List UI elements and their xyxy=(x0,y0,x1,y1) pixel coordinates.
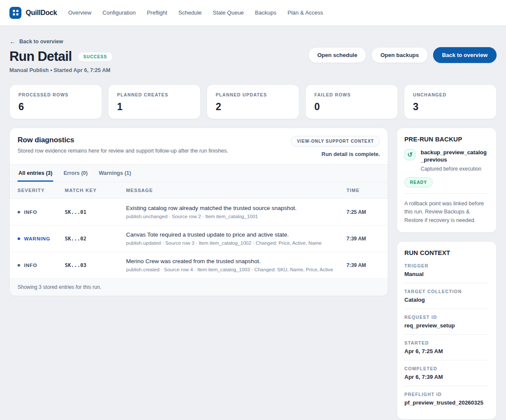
nav-item-configuration[interactable]: Configuration xyxy=(102,9,136,16)
stat-value: 0 xyxy=(314,101,389,113)
table-row[interactable]: INFO SK...01 Existing catalog row alread… xyxy=(10,199,388,225)
row-time: 7:25 AM xyxy=(346,209,380,215)
context-entry-trigger: TRIGGER Manual xyxy=(404,258,489,283)
stat-label: FAILED ROWS xyxy=(314,92,389,97)
page-subtitle: Manual Publish • Started Apr 6, 7:25 AM xyxy=(9,67,113,73)
context-entry-target-collection: TARGET COLLECTION Catalog xyxy=(404,283,489,309)
match-key: SK...02 xyxy=(65,236,126,242)
page-header: ← Back to overview Run Detail SUCCESS Ma… xyxy=(9,38,497,73)
stat-label: UNCHANGED xyxy=(413,92,488,97)
diagnostics-title: Row diagnostics xyxy=(18,136,228,144)
table-row[interactable]: INFO SK...03 Merino Crew was created fro… xyxy=(10,252,388,279)
app-logo-grid-dots-icon[interactable] xyxy=(9,7,21,19)
stat-card-processed-rows: PROCESSED ROWS 6 xyxy=(9,84,102,119)
nav-item-overview[interactable]: Overview xyxy=(68,9,91,16)
tab-all-entries[interactable]: All entries (3) xyxy=(18,165,53,182)
tab-warnings[interactable]: Warnings (1) xyxy=(98,165,132,182)
pre-run-backup-card: PRE-RUN BACKUP ↺ backup_preview_catalog_… xyxy=(397,128,497,233)
context-label: COMPLETED xyxy=(404,366,489,371)
restore-icon: ↺ xyxy=(404,149,416,160)
row-meta: publish.updated · Source row 3 · Item it… xyxy=(126,240,346,246)
divider xyxy=(404,193,489,194)
row-meta: publish.created · Source row 4 · Item it… xyxy=(126,267,346,272)
backup-card-title: PRE-RUN BACKUP xyxy=(404,136,489,143)
context-value: req_preview_setup xyxy=(404,322,489,334)
arrow-left-icon: ← xyxy=(9,38,16,45)
table-header: SEVERITY MATCH KEY MESSAGE TIME xyxy=(10,182,388,199)
nav-item-schedule[interactable]: Schedule xyxy=(178,9,202,16)
severity-label: WARNING xyxy=(24,236,50,241)
context-entry-started: STARTED Apr 6, 7:25 AM xyxy=(404,334,489,360)
row-time: 7:39 AM xyxy=(346,262,380,268)
context-label: TRIGGER xyxy=(404,263,489,268)
stat-card-unchanged: UNCHANGED 3 xyxy=(404,84,497,119)
match-key: SK...01 xyxy=(65,209,126,215)
stat-label: PLANNED CREATES xyxy=(117,92,192,97)
run-complete-note: Run detail is complete. xyxy=(291,151,380,157)
context-entry-preflight-id: PREFLIGHT ID pf_preview_trusted_20260325 xyxy=(404,386,489,411)
stat-label: PLANNED UPDATES xyxy=(216,92,290,97)
run-context-card: RUN CONTEXT TRIGGER Manual TARGET COLLEC… xyxy=(397,241,497,420)
logo-dot xyxy=(13,10,15,12)
row-message: Merino Crew was created from the trusted… xyxy=(126,258,346,264)
stat-value: 6 xyxy=(18,101,93,113)
context-value: Manual xyxy=(404,271,489,283)
stat-card-planned-creates: PLANNED CREATES 1 xyxy=(108,84,201,119)
context-value: Apr 6, 7:25 AM xyxy=(404,348,489,360)
right-sidebar: PRE-RUN BACKUP ↺ backup_preview_catalog_… xyxy=(397,128,497,420)
top-bar: QuillDock Overview Configuration Preflig… xyxy=(0,0,506,26)
context-entry-request-id: REQUEST ID req_preview_setup xyxy=(404,309,489,334)
backup-name: backup_preview_catalog_previous xyxy=(421,149,489,164)
nav-item-plan-access[interactable]: Plan & Access xyxy=(287,9,323,16)
run-context-title: RUN CONTEXT xyxy=(404,249,489,256)
context-entry-completed: COMPLETED Apr 6, 7:39 AM xyxy=(404,360,489,386)
column-match-key: MATCH KEY xyxy=(65,188,126,193)
severity-label: INFO xyxy=(24,263,37,268)
context-value: Apr 6, 7:39 AM xyxy=(404,374,489,386)
brand-name: QuillDock xyxy=(26,9,57,17)
stat-card-failed-rows: FAILED ROWS 0 xyxy=(305,84,398,119)
page-title: Run Detail xyxy=(9,49,72,64)
row-message: Existing catalog row already matched the… xyxy=(126,205,346,211)
ready-badge: READY xyxy=(404,177,433,187)
logo-dot xyxy=(16,10,18,12)
view-only-context-badge: VIEW-ONLY SUPPORT CONTEXT xyxy=(291,136,380,147)
row-time: 7:39 AM xyxy=(346,236,380,242)
diagnostics-subtitle: Stored row evidence remains here for rev… xyxy=(18,148,228,154)
severity-dot-icon xyxy=(18,264,20,267)
row-meta: publish.unchanged · Source row 2 · Item … xyxy=(126,214,346,219)
severity-dot-icon xyxy=(18,211,20,213)
nav-item-backups[interactable]: Backups xyxy=(255,9,277,16)
severity-dot-icon xyxy=(18,237,20,240)
nav-item-preflight[interactable]: Preflight xyxy=(147,9,167,16)
match-key: SK...03 xyxy=(65,262,126,268)
stat-card-planned-updates: PLANNED UPDATES 2 xyxy=(207,84,299,119)
status-badge: SUCCESS xyxy=(78,52,112,62)
back-to-overview-button[interactable]: Back to overview xyxy=(433,47,497,63)
logo-dot xyxy=(16,13,18,15)
logo-dot xyxy=(13,13,15,15)
stat-value: 2 xyxy=(216,101,290,113)
context-label: TARGET COLLECTION xyxy=(404,289,489,294)
open-schedule-button[interactable]: Open schedule xyxy=(308,47,366,63)
back-to-overview-link[interactable]: ← Back to overview xyxy=(9,38,63,45)
row-message: Canvas Tote required a trusted update to… xyxy=(126,231,346,238)
open-backups-button[interactable]: Open backups xyxy=(371,47,428,63)
backup-subtitle: Captured before execution xyxy=(421,166,489,172)
stat-value: 3 xyxy=(413,101,488,113)
context-value: Catalog xyxy=(404,297,489,309)
main-nav: Overview Configuration Preflight Schedul… xyxy=(68,9,323,16)
backup-note: A rollback point was linked before this … xyxy=(404,200,489,225)
table-footer-note: Showing 3 stored entries for this run. xyxy=(10,279,388,296)
stat-label: PROCESSED ROWS xyxy=(18,92,93,97)
header-actions: Open schedule Open backups Back to overv… xyxy=(308,47,497,73)
diagnostics-tabs: All entries (3) Errors (0) Warnings (1) xyxy=(10,164,388,182)
column-message: MESSAGE xyxy=(126,188,346,193)
context-label: PREFLIGHT ID xyxy=(404,392,489,397)
row-diagnostics-panel: Row diagnostics Stored row evidence rema… xyxy=(9,128,388,296)
stat-value: 1 xyxy=(117,101,192,113)
tab-errors[interactable]: Errors (0) xyxy=(63,165,88,182)
context-value: pf_preview_trusted_20260325 xyxy=(404,399,489,411)
nav-item-stale-queue[interactable]: Stale Queue xyxy=(213,9,244,16)
table-row[interactable]: WARNING SK...02 Canvas Tote required a t… xyxy=(10,225,388,252)
